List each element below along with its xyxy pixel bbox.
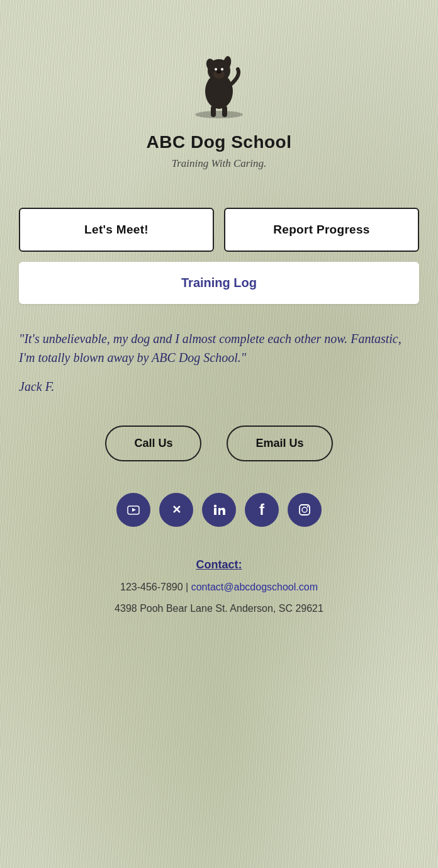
call-us-button[interactable]: Call Us [105,426,201,461]
svg-rect-13 [214,508,216,515]
training-log-button[interactable]: Training Log [19,262,419,304]
contact-phone-email: 123-456-7890 | contact@abcdogschool.com [19,582,419,593]
report-progress-button[interactable]: Report Progress [224,208,419,252]
svg-point-9 [215,68,217,70]
facebook-icon[interactable]: f [245,493,279,527]
twitter-x-icon[interactable]: ✕ [159,493,193,527]
svg-point-6 [216,70,222,74]
svg-point-14 [214,505,216,507]
svg-rect-7 [211,106,216,117]
contact-separator: | [186,582,191,592]
testimonial-author: Jack F. [19,380,419,394]
lets-meet-button[interactable]: Let's Meet! [19,208,214,252]
svg-point-16 [302,507,307,512]
main-buttons-row: Let's Meet! Report Progress [19,208,419,252]
svg-point-0 [195,111,243,118]
svg-point-10 [221,68,223,70]
contact-email-link[interactable]: contact@abcdogschool.com [191,582,318,592]
school-tagline: Training With Caring. [172,157,267,170]
contact-phone: 123-456-7890 [120,582,183,592]
contact-section: Contact: 123-456-7890 | contact@abcdogsc… [19,558,419,614]
contact-address: 4398 Pooh Bear Lane St. Anderson, SC 296… [19,603,419,614]
school-name: ABC Dog School [147,132,292,152]
testimonial-section: "It's unbelievable, my dog and I almost … [19,329,419,394]
contact-label: Contact: [19,558,419,572]
linkedin-icon[interactable] [202,493,236,527]
instagram-icon[interactable] [288,493,322,527]
contact-buttons-row: Call Us Email Us [105,426,332,461]
svg-point-17 [307,506,308,507]
youtube-icon[interactable] [116,493,150,527]
svg-marker-12 [132,508,136,512]
dog-logo-icon [181,38,257,120]
svg-rect-8 [222,106,227,117]
email-us-button[interactable]: Email Us [227,426,332,461]
social-icons-row: ✕ f [116,493,322,527]
testimonial-quote: "It's unbelievable, my dog and I almost … [19,329,419,367]
brand-header: ABC Dog School Training With Caring. [147,38,292,170]
